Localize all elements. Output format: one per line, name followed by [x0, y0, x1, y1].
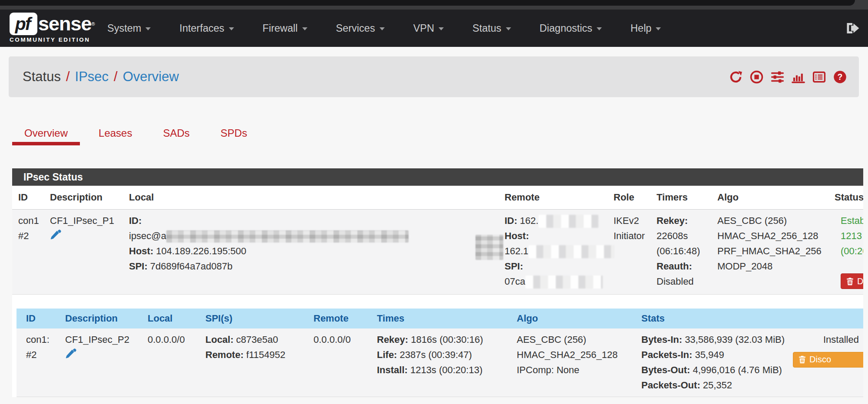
nav-item-vpn[interactable]: VPN	[399, 23, 458, 34]
chevron-down-icon	[439, 27, 444, 30]
child-sa-table-header: ID Description Local SPI(s) Remote Times…	[17, 309, 863, 328]
chevron-down-icon	[302, 27, 307, 30]
help-icon[interactable]: ?	[833, 70, 847, 84]
refresh-icon[interactable]	[729, 70, 743, 84]
cell-algo: AES_CBC (256) HMAC_SHA2_256_128 PRF_HMAC…	[711, 210, 828, 294]
nav-menu: System Interfaces Firewall Services VPN …	[93, 10, 675, 47]
cell-local: 0.0.0.0/0	[138, 328, 196, 397]
col-header-algo: Algo	[711, 186, 828, 209]
cell-times: Rekey:1816s (00:30:16) Life:2387s (00:39…	[367, 328, 507, 397]
redacted-remote-id	[538, 215, 598, 228]
nav-item-services[interactable]: Services	[322, 23, 399, 34]
cell-id: con1: #2	[17, 328, 56, 397]
status-established: Establ	[841, 213, 863, 228]
cell-description: CF1_IPsec_P1	[44, 210, 123, 294]
tab-overview[interactable]: Overview	[12, 124, 80, 145]
chevron-down-icon	[380, 27, 385, 30]
chevron-down-icon	[506, 27, 511, 30]
nav-item-diagnostics[interactable]: Diagnostics	[525, 23, 616, 34]
nav-item-help[interactable]: Help	[616, 23, 675, 34]
redacted-overflow	[475, 235, 503, 260]
cell-remote: ID:162. Host: 162.1 SPI: 07ca	[498, 210, 607, 294]
col-header-times: Times	[367, 309, 507, 328]
cell-spis: Local:c873e5a0 Remote:f1154952	[196, 328, 304, 397]
disconnect-button[interactable]: Disco	[793, 352, 863, 368]
cell-remote: 0.0.0.0/0	[304, 328, 367, 397]
disconnect-button[interactable]: Dis	[841, 273, 863, 289]
col-header-algo: Algo	[507, 309, 632, 328]
cell-description: CF1_IPsec_P2	[56, 328, 138, 397]
col-header-spis: SPI(s)	[196, 309, 304, 328]
col-header-description: Description	[56, 309, 138, 328]
status-installed: Installed	[792, 332, 863, 347]
community-edition-label: COMMUNITY EDITION	[10, 36, 95, 43]
chevron-down-icon	[229, 27, 234, 30]
cell-id: con1 #2	[12, 210, 44, 294]
col-header-id: ID	[12, 186, 44, 209]
pfsense-logo[interactable]: pf sense ® COMMUNITY EDITION	[10, 13, 95, 43]
redacted-local-id	[166, 230, 409, 243]
col-header-description: Description	[44, 186, 123, 209]
cell-actions: Installed Disco	[792, 328, 863, 397]
tab-sads[interactable]: SADs	[151, 124, 201, 145]
pfsense-logo-box: pf	[10, 13, 37, 35]
sign-out-icon[interactable]	[845, 22, 860, 36]
panel-title: IPsec Status	[12, 168, 863, 186]
breadcrumb-bar: Status / IPsec / Overview	[9, 56, 859, 97]
page-action-icons: ?	[729, 56, 847, 97]
pfsense-logo-text: sense	[38, 13, 92, 35]
col-header-timers: Timers	[650, 186, 711, 209]
sliders-icon[interactable]	[771, 70, 784, 84]
table-row: con1: #2 CF1_IPsec_P2 0.0.0.0/0 Local:c8…	[17, 328, 863, 397]
svg-text:?: ?	[838, 72, 843, 81]
col-header-id: ID	[17, 309, 56, 328]
stop-icon[interactable]	[750, 70, 763, 84]
col-header-role: Role	[607, 186, 650, 209]
chevron-down-icon	[656, 27, 661, 30]
navbar: pf sense ® COMMUNITY EDITION System Inte…	[0, 10, 868, 47]
col-header-remote: Remote	[304, 309, 367, 328]
col-header-local: Local	[138, 309, 196, 328]
breadcrumb-root: Status	[23, 69, 61, 85]
cell-status: Establ 1213 s (00:20 Dis	[828, 210, 863, 294]
col-header-stats: Stats	[632, 309, 792, 328]
ipsec-status-panel: IPsec Status ID Description Local Remote…	[12, 168, 863, 397]
ike-table-header: ID Description Local Remote Role Timers …	[12, 186, 863, 210]
tab-leases[interactable]: Leases	[86, 124, 144, 145]
breadcrumb-link-overview[interactable]: Overview	[123, 69, 179, 85]
nav-item-firewall[interactable]: Firewall	[248, 23, 322, 34]
col-header-remote: Remote	[498, 186, 607, 209]
subnav-tabs: Overview Leases SADs SPDs	[12, 124, 266, 145]
window-top-strip	[0, 0, 868, 10]
breadcrumb-separator: /	[61, 69, 75, 85]
col-header-local: Local	[123, 186, 498, 209]
bar-chart-icon[interactable]	[792, 70, 805, 84]
nav-item-status[interactable]: Status	[458, 23, 525, 34]
nav-item-interfaces[interactable]: Interfaces	[165, 23, 248, 34]
col-header-actions	[792, 309, 863, 328]
breadcrumb: Status / IPsec / Overview	[23, 56, 179, 97]
table-gap	[12, 295, 863, 309]
chevron-down-icon	[145, 27, 151, 30]
cell-stats: Bytes-In:33,586,939 (32.03 MiB) Packets-…	[632, 328, 792, 397]
edit-icon[interactable]	[65, 348, 138, 364]
col-header-status: Status	[828, 186, 863, 209]
tab-spds[interactable]: SPDs	[208, 124, 259, 145]
pfsense-logo-pf: pf	[15, 14, 32, 34]
list-icon[interactable]	[812, 70, 826, 84]
chevron-down-icon	[597, 27, 602, 30]
redacted-remote-spi	[525, 276, 603, 289]
breadcrumb-separator: /	[109, 69, 123, 85]
redacted-remote-host	[528, 245, 614, 258]
cell-local: ID: ipsec@a Host:104.189.226.195:500 SPI…	[123, 210, 498, 294]
cell-timers: Rekey: 22608s (06:16:48) Reauth: Disable…	[650, 210, 711, 294]
edit-icon[interactable]	[50, 229, 123, 245]
table-row: con1 #2 CF1_IPsec_P1 ID: ipsec@a Host:10…	[12, 210, 863, 295]
breadcrumb-link-ipsec[interactable]: IPsec	[75, 69, 109, 85]
window-top-strip-dark	[0, 0, 855, 6]
cell-algo: AES_CBC (256) HMAC_SHA2_256_128 IPComp: …	[507, 328, 632, 397]
nav-item-system[interactable]: System	[93, 23, 165, 34]
